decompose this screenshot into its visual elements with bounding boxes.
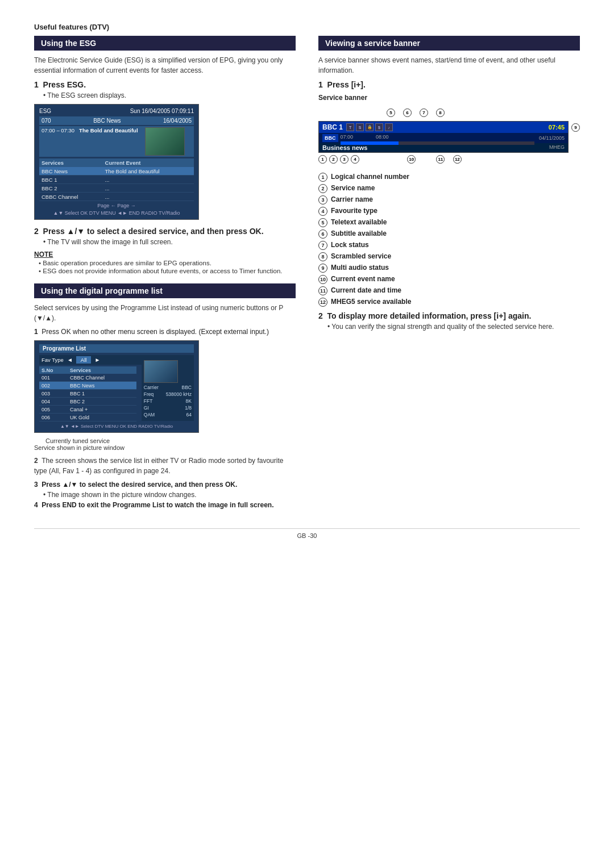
feature-list: 1Logical channel number2Service name3Car… [318,173,580,307]
esg-step1-num: 1 Press ESG. [34,80,296,89]
detail-label: FFT [144,398,153,404]
list-item: 4Favourite type [318,207,580,216]
callout-12: 12 [453,155,462,164]
feature-label: Carrier name [331,195,373,203]
feature-label: Subtitle available [331,229,387,237]
detail-val: 538000 kHz [166,391,192,397]
prog-screen-title: Programme List [39,344,194,353]
prog-detail-row: QAM64 [144,412,192,418]
callout-2: 2 [329,155,338,164]
list-item: 10Current event name [318,275,580,284]
prog-thumbnail [144,360,178,383]
esg-table: Services Current Event BBC NewsThe Bold … [39,158,194,201]
table-row: BBC NewsThe Bold and Beautiful [39,167,194,176]
banner-date: 04/11/2005 [539,135,565,141]
feature-label: Current date and time [331,286,401,294]
prog-svc-name: BBC 2 [68,398,136,406]
prog-svc-name: BBC News [68,382,136,390]
esg-screen-title: ESG [39,108,51,114]
esg-step2: 2 Press ▲/▼ to select a desired service,… [34,227,296,236]
left-callouts-row: 1 2 3 4 10 11 12 [318,155,580,164]
esg-screen-datetime: Sun 16/04/2005 07:09:11 [130,108,194,114]
feature-label: Current event name [331,275,395,283]
banner-top-bar: BBC 1 T S 🔒 $ ♪ 07:45 [319,122,568,133]
svc-name: BBC News [39,167,103,176]
esg-col1: Services [39,158,103,167]
prog-svc-name: BBC 1 [68,390,136,398]
svc-name: BBC 1 [39,176,103,184]
esg-row1-name: BBC News [93,118,121,124]
callout-4: 4 [351,155,359,164]
table-row: CBBC Channel... [39,193,194,201]
prog-svc-name: CBBC Channel [68,374,136,382]
prog-sno: 001 [39,374,68,382]
feature-num: 7 [318,241,327,250]
banner-event-name: Business news [322,144,367,151]
feature-label: Favourite type [331,207,377,215]
list-item: 9Multi audio status [318,264,580,273]
service-banner-label: Service banner [318,94,580,102]
callout-6: 6 [403,108,412,117]
feature-num: 1 [318,173,327,182]
banner-mheg: MHEG [549,144,565,151]
prog-step2: 2 The screen shows the service list in e… [34,456,296,476]
list-item: 3Carrier name [318,195,580,205]
esg-screen-titlebar: ESG Sun 16/04/2005 07:09:11 [39,108,194,114]
esg-section: Using the ESG The Electronic Service Gui… [34,36,296,274]
table-row: 003BBC 1 [39,390,136,398]
detail-label: GI [144,405,149,411]
prog-content: S.No Services 001CBBC Channel002BBC News… [39,366,194,422]
list-item: 2Service name [318,184,580,193]
table-row: BBC 1... [39,176,194,184]
prog-filter-all[interactable]: All [76,356,92,364]
banner-section: Viewing a service banner A service banne… [318,36,580,331]
detail-val: 1/8 [185,405,192,411]
banner-icon-3: 🔒 [366,123,374,131]
banner-progress-area: 07:00 08:00 [341,134,534,142]
table-row: 001CBBC Channel [39,374,136,382]
banner-time: 07:45 [549,124,565,131]
prog-title: Using the digital programme list [34,283,296,298]
prog-detail-row: Freq538000 kHz [144,391,192,397]
esg-controls: ▲▼ Select OK DTV MENU ◄► END RADIO TV/Ra… [39,210,194,216]
prog-controls: ▲▼ ◄► Select DTV MENU OK END RADIO TV/Ra… [39,424,194,429]
prog-table: S.No Services 001CBBC Channel002BBC News… [39,366,136,422]
page-wrapper: Useful features (DTV) Using the ESG The … [34,23,580,539]
banner-description: A service banner shows event names, star… [318,55,580,76]
banner-icon-1: T [346,123,354,131]
note1: Basic operation procedures are similar t… [39,260,296,266]
prog-detail-row: GI1/8 [144,405,192,411]
feature-label: Scrambled service [331,252,391,260]
top-callouts: 5 6 7 8 [387,108,445,117]
esg-time-range-text: 07:00 – 07:30 [42,127,74,156]
table-row: 005Canal + [39,406,136,414]
svc-name: BBC 2 [39,184,103,193]
detail-label: Freq [144,391,154,397]
callout-1: 1 [318,155,327,164]
detail-val: 64 [186,412,192,418]
prog-sno: 005 [39,406,68,414]
esg-prog-name: The Bold and Beautiful [79,127,138,156]
esg-thumbnail [145,127,185,156]
prog-svc-name: Canal + [68,406,136,414]
list-item: 11Current date and time [318,286,580,295]
banner-step2-bullet: You can verify the signal strength and q… [327,323,580,331]
list-item: 12MHEG5 service available [318,298,580,307]
banner-middle: BBC 07:00 08:00 [319,133,568,143]
feature-num: 4 [318,207,327,216]
feature-label: Lock status [331,241,369,249]
currently-tuned: Currently tuned service [45,437,296,444]
banner-callouts-top: 5 6 7 8 BBC 1 T S [318,107,580,153]
svc-event: ... [103,193,194,201]
esg-row1-num: 070 [42,118,51,124]
callout-7: 7 [420,108,428,117]
esg-step1-bullet: The ESG screen displays. [43,91,296,99]
table-row: 002BBC News [39,382,136,390]
svc-event: ... [103,184,194,193]
detail-val: 8K [186,398,192,404]
banner-diagram: 5 6 7 8 BBC 1 T S [318,107,580,164]
esg-description: The Electronic Service Guide (ESG) is a … [34,55,296,76]
feature-label: Teletext available [331,218,387,226]
note-label: NOTE [34,251,296,258]
prog-step3: 3 Press ▲/▼ to select the desired servic… [34,481,296,489]
